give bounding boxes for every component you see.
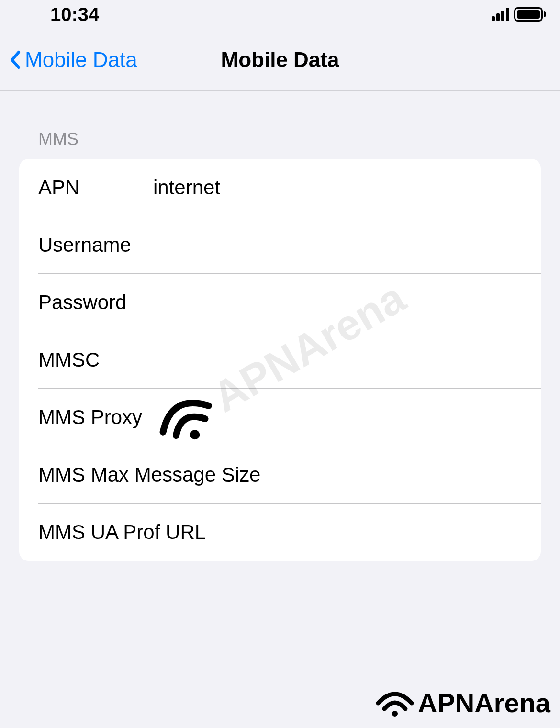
status-indicators [492, 7, 546, 22]
footer-logo-text: APNArena [418, 687, 550, 718]
apn-input[interactable] [153, 176, 522, 199]
mms-settings-group: APN Username Password MMSC MMS Proxy MMS… [19, 159, 541, 561]
mms-proxy-input[interactable] [142, 406, 522, 429]
navigation-bar: Mobile Data Mobile Data [0, 29, 560, 91]
password-input[interactable] [153, 291, 522, 314]
username-label: Username [38, 234, 153, 257]
apn-row[interactable]: APN [19, 159, 541, 216]
status-bar: 10:34 [0, 0, 560, 29]
status-time: 10:34 [14, 4, 99, 25]
mms-ua-prof-input[interactable] [206, 521, 522, 544]
page-title: Mobile Data [221, 48, 339, 72]
back-button-label: Mobile Data [25, 48, 137, 72]
password-label: Password [38, 291, 153, 314]
wifi-icon [376, 689, 414, 717]
mms-proxy-label: MMS Proxy [38, 406, 142, 429]
back-button[interactable]: Mobile Data [10, 48, 137, 72]
username-row[interactable]: Username [19, 216, 541, 274]
cellular-signal-icon [492, 8, 509, 21]
mms-ua-prof-label: MMS UA Prof URL [38, 521, 206, 544]
mmsc-label: MMSC [38, 348, 153, 371]
apn-label: APN [38, 176, 153, 199]
footer-logo: APNArena [376, 687, 550, 718]
mms-proxy-row[interactable]: MMS Proxy [19, 389, 541, 446]
mmsc-input[interactable] [153, 348, 522, 371]
battery-icon [514, 7, 546, 22]
mmsc-row[interactable]: MMSC [19, 331, 541, 389]
mms-max-size-label: MMS Max Message Size [38, 463, 260, 486]
svg-point-1 [392, 711, 398, 717]
section-header-mms: MMS [0, 91, 560, 159]
mms-max-size-row[interactable]: MMS Max Message Size [19, 446, 541, 504]
mms-ua-prof-row[interactable]: MMS UA Prof URL [19, 504, 541, 561]
chevron-left-icon [10, 50, 21, 69]
password-row[interactable]: Password [19, 274, 541, 331]
mms-max-size-input[interactable] [260, 463, 522, 486]
username-input[interactable] [153, 234, 522, 257]
